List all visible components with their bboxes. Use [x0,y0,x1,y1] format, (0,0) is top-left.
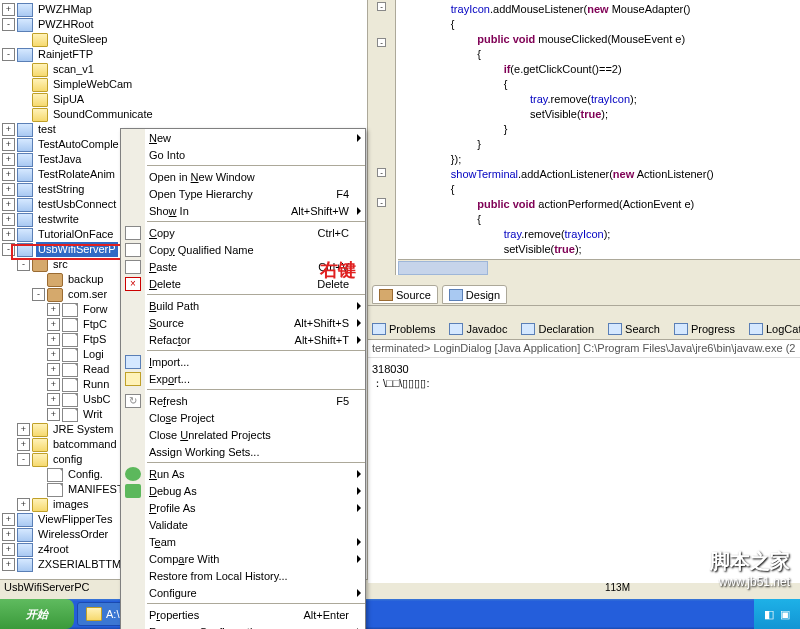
menu-debug-as[interactable]: Debug As [121,482,365,499]
menu-team[interactable]: Team [121,533,365,550]
menu-refactor[interactable]: RefactorAlt+Shift+T [121,331,365,348]
tree-item[interactable]: +PWZHMap [2,2,365,17]
menu-refresh[interactable]: ↻RefreshF5 [121,392,365,409]
system-tray[interactable]: ◧▣ [754,599,800,629]
tray-icon[interactable]: ▣ [780,608,790,621]
start-button[interactable]: 开始 [0,599,74,629]
proj-icon [17,543,33,557]
console-panel[interactable]: terminated> LoginDialog [Java Applicatio… [368,340,800,583]
expand-toggle[interactable]: + [47,378,60,391]
horizontal-scrollbar[interactable] [398,259,800,275]
tab-design[interactable]: Design [442,285,507,304]
menu-build-path[interactable]: Build Path [121,297,365,314]
expand-toggle[interactable]: + [2,558,15,571]
menu-close-project[interactable]: Close Project [121,409,365,426]
expand-toggle[interactable]: + [2,153,15,166]
code-editor[interactable]: - - - - trayIcon.addMouseListener(new Mo… [368,0,800,275]
view-declaration[interactable]: Declaration [521,320,594,338]
view-javadoc[interactable]: Javadoc [449,320,507,338]
scroll-thumb[interactable] [398,261,488,275]
file-icon [62,408,78,422]
menu-run-as[interactable]: Run As [121,465,365,482]
menu-export[interactable]: Export... [121,370,365,387]
expand-toggle[interactable]: + [47,348,60,361]
proj-icon [17,558,33,572]
expand-toggle[interactable]: - [17,453,30,466]
view-search[interactable]: Search [608,320,660,338]
fold-icon[interactable]: - [377,198,386,207]
menu-show-in[interactable]: Show InAlt+Shift+W [121,202,365,219]
logcat-icon [749,323,763,335]
menu-resource-configurations[interactable]: Resource Configurations [121,623,365,629]
proj-icon [17,183,33,197]
menu-assign-working-sets[interactable]: Assign Working Sets... [121,443,365,460]
tree-item[interactable]: SimpleWebCam [2,77,365,92]
expand-toggle[interactable]: + [17,498,30,511]
expand-toggle[interactable]: + [2,168,15,181]
folder-icon [32,93,48,107]
progress-icon [674,323,688,335]
menu-open-new-window[interactable]: Open in New Window [121,168,365,185]
tree-label: z4root [36,542,71,557]
menu-source[interactable]: SourceAlt+Shift+S [121,314,365,331]
menu-configure[interactable]: Configure [121,584,365,601]
expand-toggle[interactable]: + [2,213,15,226]
tree-item[interactable]: scan_v1 [2,62,365,77]
expand-toggle[interactable]: - [2,48,15,61]
fold-icon[interactable]: - [377,168,386,177]
expand-toggle[interactable]: + [47,408,60,421]
expand-toggle[interactable]: + [47,333,60,346]
expand-toggle[interactable]: + [17,423,30,436]
expand-toggle[interactable]: + [2,228,15,241]
menu-validate[interactable]: Validate [121,516,365,533]
proj-icon [17,123,33,137]
menu-new[interactable]: New [121,129,365,146]
folder-icon [32,108,48,122]
menu-close-unrelated[interactable]: Close Unrelated Projects [121,426,365,443]
tree-label: SimpleWebCam [51,77,134,92]
code-content[interactable]: trayIcon.addMouseListener(new MouseAdapt… [398,2,714,257]
menu-restore-local-history[interactable]: Restore from Local History... [121,567,365,584]
expand-toggle[interactable]: + [2,513,15,526]
tree-item[interactable]: -PWZHRoot [2,17,365,32]
expand-toggle[interactable]: + [2,183,15,196]
expand-toggle[interactable]: + [47,363,60,376]
expand-toggle[interactable]: + [2,3,15,16]
expand-toggle[interactable]: - [2,18,15,31]
tab-source[interactable]: Source [372,285,438,304]
expand-toggle[interactable]: + [47,318,60,331]
expand-toggle[interactable]: - [32,288,45,301]
tree-label: scan_v1 [51,62,96,77]
expand-toggle[interactable]: + [17,438,30,451]
menu-open-type-hierarchy[interactable]: Open Type HierarchyF4 [121,185,365,202]
expand-toggle[interactable]: + [47,303,60,316]
view-logcat[interactable]: LogCat [749,320,800,338]
expand-toggle[interactable]: - [17,258,30,271]
expand-toggle[interactable]: - [2,243,15,256]
view-problems[interactable]: Problems [372,320,435,338]
fold-icon[interactable]: - [377,38,386,47]
expand-toggle[interactable]: + [47,393,60,406]
menu-copy-qualified-name[interactable]: Copy Qualified Name [121,241,365,258]
expand-toggle[interactable]: + [2,543,15,556]
tray-icon[interactable]: ◧ [764,608,774,621]
fold-icon[interactable]: - [377,2,386,11]
menu-compare-with[interactable]: Compare With [121,550,365,567]
menu-copy[interactable]: CopyCtrl+C [121,224,365,241]
expand-toggle[interactable]: + [2,138,15,151]
submenu-arrow-icon [357,134,361,142]
menu-import[interactable]: Import... [121,353,365,370]
view-progress[interactable]: Progress [674,320,735,338]
expand-toggle[interactable]: + [2,528,15,541]
submenu-arrow-icon [357,302,361,310]
menu-profile-as[interactable]: Profile As [121,499,365,516]
tree-item[interactable]: SipUA [2,92,365,107]
tree-item[interactable]: SoundCommunicate [2,107,365,122]
expand-toggle[interactable]: + [2,123,15,136]
expand-toggle[interactable]: + [2,198,15,211]
tree-item[interactable]: -RainjetFTP [2,47,365,62]
tree-item[interactable]: QuiteSleep [2,32,365,47]
menu-go-into[interactable]: Go Into [121,146,365,163]
submenu-arrow-icon [357,504,361,512]
menu-properties[interactable]: PropertiesAlt+Enter [121,606,365,623]
